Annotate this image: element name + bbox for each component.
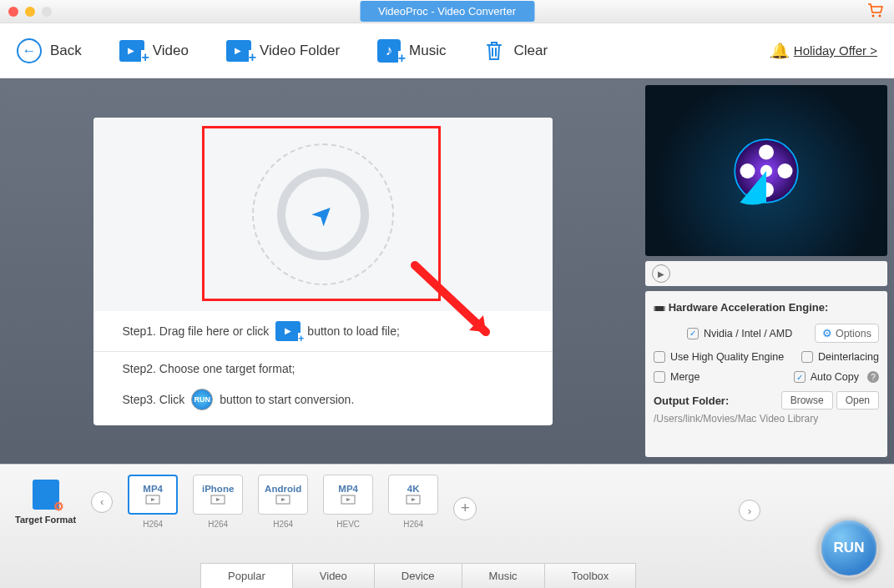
app-title: VideoProc - Video Converter: [360, 1, 534, 22]
tab-video[interactable]: Video: [292, 563, 375, 588]
annotation-red-box: [202, 126, 441, 301]
step2-row: Step2. Choose one target format;: [93, 352, 553, 385]
video-label: Video: [153, 43, 189, 59]
preset-next-button[interactable]: ›: [739, 500, 760, 521]
video-folder-label: Video Folder: [260, 43, 340, 59]
deint-label: Deinterlacing: [818, 351, 879, 363]
tab-toolbox[interactable]: Toolbox: [544, 563, 637, 588]
step1-text-a: Step1. Drag file here or click: [123, 324, 270, 338]
drop-zone-panel: ➤ Step1. Drag file here or click ▶ butto…: [7, 85, 639, 457]
annotation-red-arrow: [407, 257, 507, 349]
preset-mp4-hevc[interactable]: MP4HEVC: [323, 475, 373, 529]
svg-point-7: [778, 163, 793, 178]
step1-text-b: button to load file;: [307, 324, 400, 338]
merge-label: Merge: [670, 371, 700, 383]
preset-mp4-h264[interactable]: MP4H264: [128, 475, 178, 529]
main-toolbar: ← Back Video Video Folder ♪ Music Clear …: [0, 23, 894, 78]
hq-checkbox[interactable]: [654, 351, 665, 363]
back-label: Back: [50, 43, 82, 59]
step3-text-b: button to start conversion.: [220, 393, 354, 406]
add-preset-button[interactable]: +: [453, 497, 477, 520]
cart-icon[interactable]: [867, 3, 884, 23]
drop-card: ➤ Step1. Drag file here or click ▶ butto…: [93, 118, 553, 425]
tab-popular[interactable]: Popular: [200, 563, 293, 588]
run-button[interactable]: RUN: [819, 518, 879, 578]
holiday-label: Holiday Offer >: [794, 43, 877, 58]
titlebar: VideoProc - Video Converter: [0, 0, 894, 23]
film-reel-icon: [729, 133, 804, 209]
inline-video-icon: ▶: [275, 321, 301, 341]
step3-row: Step3. Click RUN button to start convers…: [93, 385, 553, 425]
open-button[interactable]: Open: [836, 391, 879, 410]
options-label: Options: [836, 328, 871, 339]
video-file-icon: [119, 40, 144, 62]
autocopy-checkbox[interactable]: [794, 371, 806, 383]
category-tabs: PopularVideoDeviceMusicToolbox: [200, 563, 635, 588]
holiday-offer-link[interactable]: 🔔 Holiday Offer >: [770, 42, 877, 60]
back-button[interactable]: ← Back: [17, 38, 82, 63]
bell-icon: 🔔: [770, 42, 789, 60]
tab-device[interactable]: Device: [374, 563, 462, 588]
nvidia-row: Nvidia / Intel / AMD ⚙ Options: [654, 324, 879, 343]
close-window-button[interactable]: [8, 7, 18, 17]
video-folder-icon: [226, 40, 251, 62]
settings-panel: Hardware Acceleration Engine: Nvidia / I…: [645, 291, 887, 457]
clear-button[interactable]: Clear: [483, 39, 548, 63]
target-format-label: Target Format: [15, 515, 76, 525]
hq-label: Use High Quality Engine: [670, 351, 784, 363]
merge-checkbox[interactable]: [654, 371, 665, 383]
target-format-icon: [33, 480, 59, 510]
autocopy-label: Auto Copy: [811, 371, 859, 383]
output-path: /Users/link/Movies/Mac Video Library: [654, 413, 879, 425]
main-content: ➤ Step1. Drag file here or click ▶ butto…: [0, 78, 894, 464]
maximize-window-button[interactable]: [42, 7, 52, 17]
add-video-button[interactable]: Video: [119, 40, 189, 62]
preset-prev-button[interactable]: ‹: [91, 491, 113, 513]
svg-point-4: [759, 144, 774, 159]
preset-android-h264[interactable]: AndroidH264: [258, 475, 308, 529]
play-button[interactable]: ▶: [652, 264, 670, 283]
target-format-button[interactable]: Target Format: [15, 480, 76, 525]
help-icon[interactable]: ?: [867, 371, 879, 383]
preset-iphone-h264[interactable]: iPhoneH264: [193, 475, 243, 529]
window-controls: [8, 7, 52, 17]
trash-icon: [483, 39, 505, 63]
chip-icon: [654, 304, 665, 313]
step3-text-a: Step3. Click: [123, 393, 185, 406]
clear-label: Clear: [513, 43, 548, 59]
nvidia-checkbox[interactable]: [687, 328, 699, 339]
gear-icon: ⚙: [822, 327, 832, 339]
footer: Target Format ‹ MP4H264iPhoneH264Android…: [0, 464, 894, 588]
back-arrow-icon: ←: [17, 38, 42, 63]
options-button[interactable]: ⚙ Options: [815, 324, 879, 343]
format-row: Target Format ‹ MP4H264iPhoneH264Android…: [0, 465, 894, 529]
output-folder-row: Output Folder: Browse Open: [654, 391, 879, 410]
svg-rect-8: [655, 306, 664, 311]
hq-deint-row: Use High Quality Engine Deinterlacing: [654, 351, 879, 363]
tab-music[interactable]: Music: [462, 563, 545, 588]
preset-list: MP4H264iPhoneH264AndroidH264MP4HEVC4KH26…: [128, 475, 438, 529]
add-video-folder-button[interactable]: Video Folder: [226, 40, 340, 62]
browse-button[interactable]: Browse: [781, 391, 833, 410]
inline-run-icon: RUN: [191, 389, 213, 410]
svg-point-6: [740, 163, 755, 178]
drop-target[interactable]: ➤: [93, 118, 553, 311]
svg-point-1: [879, 15, 881, 18]
nvidia-label: Nvidia / Intel / AMD: [704, 328, 792, 339]
step2-text: Step2. Choose one target format;: [123, 362, 295, 375]
preset-4k-h264[interactable]: 4KH264: [388, 475, 438, 529]
music-icon: ♪: [377, 39, 401, 63]
hw-accel-title: Hardware Acceleration Engine:: [654, 301, 879, 314]
preview-controls: ▶: [645, 261, 887, 286]
output-label: Output Folder:: [654, 395, 729, 407]
video-preview: [645, 85, 887, 256]
deint-checkbox[interactable]: [801, 351, 813, 363]
right-sidebar: ▶ Hardware Acceleration Engine: Nvidia /…: [645, 85, 887, 457]
add-music-button[interactable]: ♪ Music: [377, 39, 446, 63]
merge-autocopy-row: Merge Auto Copy ?: [654, 371, 879, 383]
music-label: Music: [409, 43, 446, 59]
svg-point-0: [872, 15, 875, 18]
minimize-window-button[interactable]: [25, 7, 35, 17]
